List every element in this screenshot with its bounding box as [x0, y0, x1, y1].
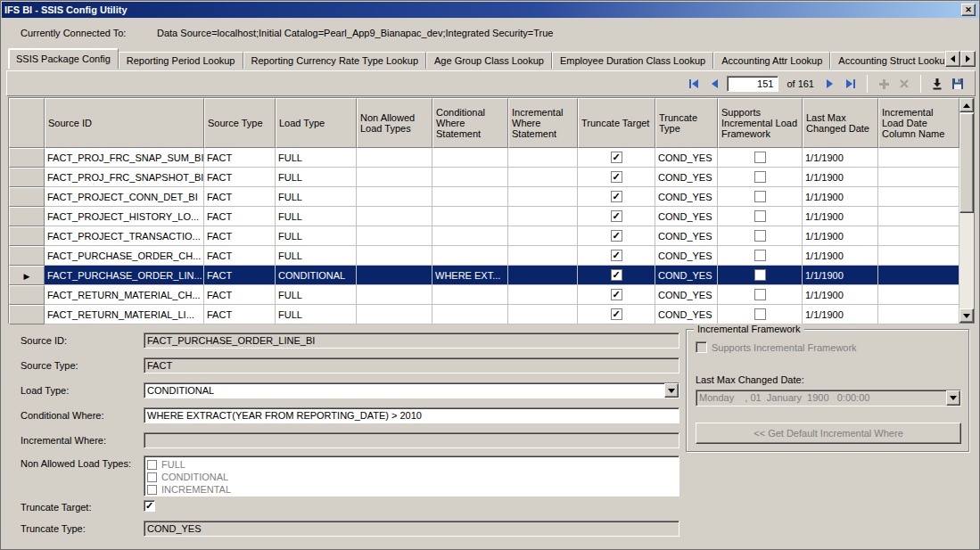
row-selector[interactable]: ▶ — [9, 187, 45, 207]
source-id-field[interactable]: FACT_PURCHASE_ORDER_LINE_BI — [144, 332, 679, 349]
cell-incremental-where[interactable] — [508, 246, 578, 266]
cell-incremental-load-date-column[interactable] — [878, 226, 959, 246]
save-button[interactable] — [950, 76, 966, 92]
cell-source-id[interactable]: FACT_RETURN_MATERIAL_LI... — [45, 305, 204, 324]
cell-incremental-where[interactable] — [508, 285, 578, 305]
cell-incremental-load-date-column[interactable] — [878, 305, 959, 324]
cell-incremental-load-date-column[interactable] — [878, 246, 959, 266]
tab-reporting-period-lookup[interactable]: Reporting Period Lookup — [119, 52, 243, 69]
conditional-checkbox[interactable] — [147, 472, 157, 482]
cell-source-type[interactable]: FACT — [204, 305, 276, 324]
cell-supports-incremental[interactable] — [718, 305, 803, 324]
cell-source-id[interactable]: FACT_PROJECT_CONN_DET_BI — [45, 187, 204, 207]
date-dropdown-button[interactable] — [946, 390, 960, 406]
cell-conditional-where[interactable] — [432, 305, 508, 324]
cell-supports-incremental[interactable] — [718, 246, 803, 266]
next-record-button[interactable] — [822, 76, 838, 92]
supports-incremental-checkbox[interactable] — [754, 308, 766, 320]
cell-conditional-where[interactable] — [432, 246, 508, 266]
cell-truncate-target[interactable] — [578, 187, 655, 207]
table-row[interactable]: ▶ FACT_PROJECT_TRANSACTIO... FACT FULL C… — [9, 226, 959, 246]
supports-incremental-framework-checkbox[interactable] — [696, 341, 707, 353]
cell-conditional-where[interactable] — [432, 168, 508, 187]
cell-truncate-target[interactable] — [578, 226, 655, 246]
first-record-button[interactable] — [686, 76, 702, 92]
cell-source-type[interactable]: FACT — [204, 226, 276, 246]
cell-source-id[interactable]: FACT_PROJ_FRC_SNAPSHOT_BI — [45, 168, 204, 187]
load-type-dropdown-button[interactable] — [664, 383, 679, 398]
supports-incremental-checkbox[interactable] — [754, 230, 766, 242]
cell-non-allowed-load-types[interactable] — [357, 285, 432, 305]
cell-load-type[interactable]: FULL — [276, 187, 357, 207]
table-row[interactable]: ▶ FACT_PROJECT_HISTORY_LO... FACT FULL C… — [9, 207, 959, 226]
incremental-where-field[interactable] — [144, 432, 679, 448]
load-type-combobox[interactable]: CONDITIONAL — [144, 382, 679, 398]
col-incremental-load-date-column[interactable]: Incremental Load Date Column Name — [878, 98, 959, 148]
table-row[interactable]: ▶ FACT_PROJ_FRC_SNAP_SUM_BI FACT FULL CO… — [9, 148, 959, 168]
cell-source-id[interactable]: FACT_PURCHASE_ORDER_CH... — [45, 246, 204, 266]
cell-conditional-where[interactable] — [432, 207, 508, 226]
row-selector[interactable]: ▶ — [9, 226, 45, 246]
cell-incremental-load-date-column[interactable] — [878, 285, 959, 305]
cell-source-id[interactable]: FACT_PROJECT_TRANSACTIO... — [45, 226, 204, 246]
tab-ssis-package-config[interactable]: SSIS Package Config — [8, 48, 119, 69]
cell-incremental-load-date-column[interactable] — [878, 148, 959, 168]
supports-incremental-checkbox[interactable] — [754, 191, 766, 202]
table-row[interactable]: ▶ FACT_RETURN_MATERIAL_CH... FACT FULL C… — [9, 285, 959, 305]
row-selector[interactable]: ▶ — [9, 305, 45, 324]
cell-last-max-changed[interactable]: 1/1/1900 — [803, 168, 878, 187]
list-item[interactable]: CONDITIONAL — [147, 471, 676, 483]
cell-load-type[interactable]: FULL — [276, 285, 357, 305]
cell-source-id[interactable]: FACT_PURCHASE_ORDER_LIN... — [45, 266, 204, 285]
supports-incremental-checkbox[interactable] — [754, 289, 766, 300]
cell-load-type[interactable]: FULL — [276, 305, 357, 324]
cell-incremental-load-date-column[interactable] — [878, 207, 959, 226]
cell-source-type[interactable]: FACT — [204, 187, 276, 207]
table-row[interactable]: ▶ FACT_PURCHASE_ORDER_CH... FACT FULL CO… — [9, 246, 959, 266]
cell-incremental-where[interactable] — [508, 207, 578, 226]
conditional-where-field[interactable]: WHERE EXTRACT(YEAR FROM REPORTING_DATE) … — [144, 407, 679, 423]
cell-conditional-where[interactable] — [432, 226, 508, 246]
tab-scroll-left-button[interactable] — [945, 51, 960, 67]
cell-non-allowed-load-types[interactable] — [357, 168, 432, 187]
cell-incremental-where[interactable] — [508, 266, 578, 285]
delete-record-button[interactable] — [896, 76, 912, 92]
cell-incremental-where[interactable] — [508, 187, 578, 207]
cell-source-type[interactable]: FACT — [204, 148, 276, 168]
truncate-target-form-checkbox[interactable] — [144, 500, 155, 512]
list-item[interactable]: INCREMENTAL — [147, 483, 676, 496]
tab-reporting-currency-rate-type-lookup[interactable]: Reporting Currency Rate Type Lookup — [243, 52, 427, 69]
close-button[interactable]: ✕ — [961, 4, 976, 16]
cell-source-id[interactable]: FACT_PROJECT_HISTORY_LO... — [45, 207, 204, 226]
cell-source-type[interactable]: FACT — [204, 266, 276, 285]
table-row[interactable]: ▶ FACT_PURCHASE_ORDER_LIN... FACT CONDIT… — [9, 266, 959, 285]
col-supports-incremental[interactable]: Supports Incremental Load Framework — [718, 98, 803, 148]
add-record-button[interactable] — [876, 76, 892, 92]
truncate-target-checkbox[interactable] — [611, 308, 622, 320]
cell-conditional-where[interactable] — [432, 187, 508, 207]
cell-non-allowed-load-types[interactable] — [357, 148, 432, 168]
col-non-allowed-load-types[interactable]: Non Allowed Load Types — [357, 98, 432, 148]
row-selector[interactable]: ▶ — [9, 266, 45, 285]
supports-incremental-checkbox[interactable] — [754, 171, 766, 183]
scroll-up-button[interactable] — [959, 98, 974, 112]
cell-last-max-changed[interactable]: 1/1/1900 — [803, 187, 878, 207]
cell-incremental-where[interactable] — [508, 148, 578, 168]
cell-truncate-type[interactable]: COND_YES — [655, 305, 718, 324]
cell-source-id[interactable]: FACT_PROJ_FRC_SNAP_SUM_BI — [45, 148, 204, 168]
full-checkbox[interactable] — [147, 460, 157, 470]
cell-load-type[interactable]: FULL — [276, 246, 357, 266]
row-selector[interactable]: ▶ — [9, 207, 45, 226]
truncate-type-field[interactable]: COND_YES — [144, 521, 679, 537]
cell-supports-incremental[interactable] — [718, 168, 803, 187]
cell-non-allowed-load-types[interactable] — [357, 187, 432, 207]
source-type-field[interactable]: FACT — [144, 357, 679, 374]
tab-scroll-right-button[interactable] — [960, 51, 976, 67]
download-button[interactable] — [929, 76, 945, 92]
table-row[interactable]: ▶ FACT_RETURN_MATERIAL_LI... FACT FULL C… — [9, 305, 959, 324]
row-selector[interactable]: ▶ — [9, 246, 45, 266]
col-load-type[interactable]: Load Type — [276, 98, 357, 148]
cell-last-max-changed[interactable]: 1/1/1900 — [803, 305, 878, 324]
col-conditional-where[interactable]: Conditional Where Statement — [432, 98, 508, 148]
cell-supports-incremental[interactable] — [718, 266, 803, 285]
